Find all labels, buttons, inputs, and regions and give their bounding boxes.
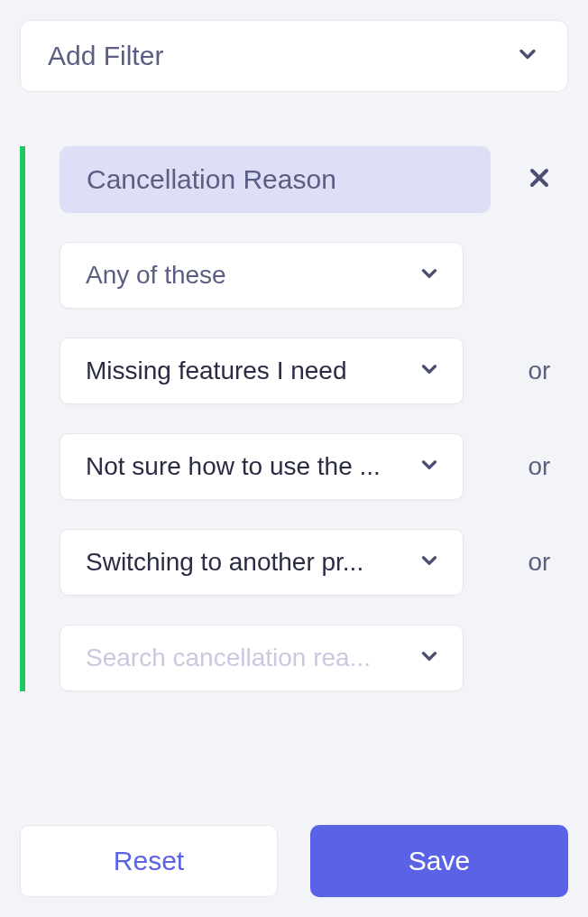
search-row: Search cancellation rea... — [60, 625, 568, 691]
condition-select[interactable]: Any of these — [60, 242, 464, 309]
remove-filter-button[interactable] — [514, 154, 565, 205]
add-filter-dropdown[interactable]: Add Filter — [20, 20, 568, 92]
search-placeholder: Search cancellation rea... — [86, 644, 403, 672]
condition-row: Any of these — [60, 242, 568, 309]
value-text: Switching to another pr... — [86, 548, 403, 577]
chevron-down-icon — [418, 262, 441, 289]
search-select[interactable]: Search cancellation rea... — [60, 625, 464, 691]
reset-label: Reset — [114, 846, 184, 875]
value-text: Not sure how to use the ... — [86, 452, 403, 481]
or-label: or — [514, 548, 565, 577]
condition-text: Any of these — [86, 261, 403, 290]
add-filter-label: Add Filter — [48, 41, 163, 71]
value-row: Switching to another pr... or — [60, 529, 568, 596]
or-label: or — [514, 357, 565, 385]
chevron-down-icon — [515, 42, 540, 70]
chevron-down-icon — [418, 453, 441, 480]
save-label: Save — [409, 846, 470, 875]
close-icon — [525, 163, 554, 196]
footer: Reset Save — [20, 825, 568, 897]
value-text: Missing features I need — [86, 357, 403, 385]
filter-block: Cancellation Reason Any of these Missing… — [20, 146, 568, 691]
save-button[interactable]: Save — [310, 825, 568, 897]
value-row: Missing features I need or — [60, 338, 568, 404]
filter-header-row: Cancellation Reason — [60, 146, 568, 213]
filter-chip-label: Cancellation Reason — [87, 164, 336, 194]
reset-button[interactable]: Reset — [20, 825, 278, 897]
chevron-down-icon — [418, 644, 441, 672]
filter-chip[interactable]: Cancellation Reason — [60, 146, 491, 213]
chevron-down-icon — [418, 357, 441, 384]
or-label: or — [514, 452, 565, 481]
chevron-down-icon — [418, 549, 441, 576]
value-select[interactable]: Missing features I need — [60, 338, 464, 404]
value-row: Not sure how to use the ... or — [60, 433, 568, 500]
value-select[interactable]: Switching to another pr... — [60, 529, 464, 596]
value-select[interactable]: Not sure how to use the ... — [60, 433, 464, 500]
